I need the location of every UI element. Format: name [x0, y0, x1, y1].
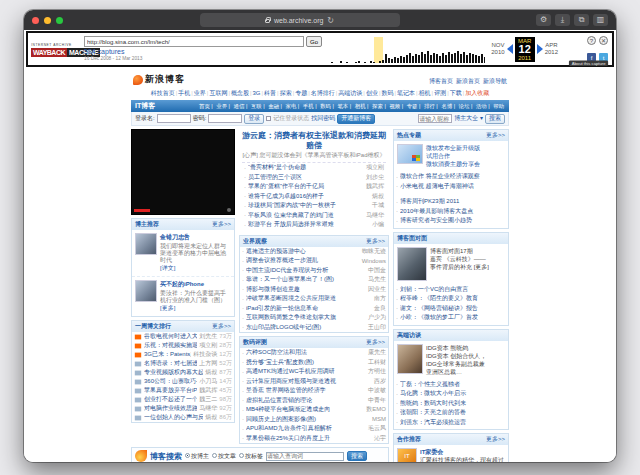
post-author[interactable]: 沁宇	[374, 434, 386, 443]
timeline-bar[interactable]	[409, 53, 411, 63]
rank-author[interactable]: 魏武挥	[199, 386, 217, 395]
rank-row[interactable]: 专业视频版权内幕大起底 炳叔 87万	[132, 368, 234, 377]
topic-list-item[interactable]: 2010年最具影响博客大盘点	[394, 207, 508, 217]
timeline-bar[interactable]	[451, 54, 453, 63]
industry-list-item[interactable]: 东山印品牌LOGO续年记(图) 王山印	[240, 323, 388, 333]
capture-timeline[interactable]	[328, 37, 485, 63]
post-author[interactable]: 炳叔	[372, 192, 384, 201]
timeline-bar[interactable]	[484, 57, 485, 63]
prev-capture[interactable]: NOV 2010	[491, 42, 504, 55]
prev-capture-arrow[interactable]	[507, 44, 513, 54]
post-author[interactable]: 刘步尘	[366, 173, 384, 182]
video-volume-icon[interactable]	[227, 208, 231, 212]
timeline-bar[interactable]	[436, 54, 438, 63]
channel-link[interactable]: 专题|	[295, 90, 311, 96]
post-title[interactable]: 高通MTK均通过WC手机应用调研	[246, 367, 365, 376]
channel-link[interactable]: 科普|	[264, 90, 280, 96]
post-author[interactable]: 毛云风	[368, 424, 386, 433]
digital-list-item[interactable]: 虚拟礼品位置营销的理论 中青年	[240, 396, 388, 406]
it-blog-link[interactable]: 活动 |	[474, 103, 490, 108]
guest-list-item[interactable]: 刘韧：一个VC的自由宣言	[394, 285, 508, 295]
it-blog-link[interactable]: 业界 |	[215, 103, 231, 108]
post-title[interactable]: 苹果的“蛋糕”作平台的千亿局	[248, 182, 363, 191]
timeline-bar[interactable]	[439, 56, 441, 63]
forgot-password-link[interactable]: 找回密码	[311, 114, 335, 123]
headline-list-item[interactable]: 彩游平台 开放后局选择异常艰难 小编	[242, 220, 386, 230]
post-author[interactable]: 康先生	[368, 348, 386, 357]
post-author[interactable]: 方明佳	[368, 367, 386, 376]
post-author[interactable]: Windows	[362, 258, 386, 264]
post-title[interactable]: 携分够“宝士兵”配皮数(图)	[246, 358, 365, 367]
blogger-title[interactable]: 金错刀忠告	[160, 233, 231, 242]
blog-search-input[interactable]	[266, 452, 344, 461]
rank-post-title[interactable]: 谷歌电视何时进入大中华	[144, 332, 197, 341]
industry-list-item[interactable]: 博影与微博创造意趣 因业生	[240, 285, 388, 295]
post-title[interactable]: 六种SOC防空法和用法	[246, 348, 365, 357]
timeline-bar[interactable]	[415, 54, 417, 63]
help-icon[interactable]: ?	[587, 36, 596, 45]
timeline-bar[interactable]	[388, 58, 390, 63]
post-author[interactable]: 西岁	[374, 377, 386, 386]
timeline-bar[interactable]	[403, 57, 405, 63]
read-more-link[interactable]: [更多]	[160, 305, 175, 311]
rank-row[interactable]: 乐视：对视频实施退费专项 项立刚 28万	[132, 341, 234, 350]
post-author[interactable]: MSM	[372, 416, 386, 422]
video-progress-bar[interactable]	[134, 209, 150, 212]
channel-link[interactable]: 名博排行|	[311, 90, 339, 96]
radio-by-tag[interactable]: 按标签	[239, 452, 263, 461]
timeline-bar[interactable]	[391, 59, 393, 63]
read-more-link[interactable]: [详文]	[160, 265, 175, 271]
radio-by-blogger[interactable]: 按博主	[185, 452, 209, 461]
industry-list-item[interactable]: 中国主流IDC代金券现状与分析 中国金	[240, 266, 388, 276]
timeline-bar[interactable]	[358, 61, 360, 63]
add-favorite-link[interactable]: 加入收藏	[465, 90, 489, 96]
post-author[interactable]: 南方	[374, 294, 386, 303]
browser-toolbar-icon[interactable]: ⚙	[536, 14, 551, 26]
close-toolbar-icon[interactable]: ✕	[599, 36, 608, 45]
timeline-bar[interactable]	[331, 62, 333, 63]
headline-list-item[interactable]: 苹果的“蛋糕”作平台的千亿局 魏武挥	[242, 182, 386, 192]
sina-blog-logo[interactable]: 新浪博客	[133, 73, 185, 86]
timeline-bar[interactable]	[370, 61, 372, 63]
it-blog-link[interactable]: 探索 |	[371, 103, 387, 108]
blog-search-button[interactable]: 搜索	[347, 451, 367, 461]
post-title[interactable]: 回顾历史上的图案影像(图)	[246, 415, 369, 424]
post-author[interactable]: 魏武挥	[366, 182, 384, 191]
channel-link[interactable]: 评测|	[434, 90, 450, 96]
timeline-bar[interactable]	[379, 61, 381, 63]
it-blog-link[interactable]: 排行 |	[422, 103, 438, 108]
channel-link[interactable]: 高端访谈|	[338, 90, 366, 96]
guest-list-item[interactable]: 程苓峰：《陌生的要义》教育	[394, 294, 508, 304]
rank-row[interactable]: 3G已来：Patents之争 科技杂谈 12万	[132, 350, 234, 359]
post-title[interactable]: 遮掩适主的预落游中心	[246, 247, 359, 256]
next-capture-arrow[interactable]	[537, 44, 543, 54]
topic-list-item[interactable]: 微软合作 将星企业经济课观察	[394, 172, 508, 182]
industry-list-item[interactable]: 遮掩适主的预落游中心 蜘蛛无迹	[240, 247, 388, 257]
timeline-bar[interactable]	[472, 54, 474, 63]
rank-author[interactable]: 炳叔	[205, 413, 217, 422]
rank-row[interactable]: 对电脑作业绩效思路求教 马继华 92万	[132, 404, 234, 413]
post-title[interactable]: 互联网数码简繁之争殊途划掌大旗	[246, 313, 365, 322]
guest-list-item[interactable]: 谢文：《网络营销秘诀》报告	[394, 304, 508, 314]
rank-author[interactable]: 刘先生	[199, 332, 217, 341]
timeline-bar[interactable]	[373, 62, 375, 63]
post-author[interactable]: 中波敏	[368, 386, 386, 395]
rank-post-title[interactable]: 苹果真要放弃平台iPad吗	[144, 386, 197, 395]
topic-feature-line[interactable]: 微软消费主题分享会	[426, 160, 480, 168]
rank-author[interactable]: 马继华	[199, 404, 217, 413]
search-scope-select[interactable]: 博主大全 ▾	[454, 114, 483, 123]
digital-list-item[interactable]: APU和AMD九齿条件引真相解析 毛云风	[240, 424, 388, 434]
headline-list-item[interactable]: 珍珑棋局“国家内战”中的一枚棋子 千城	[242, 201, 386, 211]
it-blog-link[interactable]: 金融 |	[267, 103, 283, 108]
channel-link[interactable]: 笔记本|	[397, 90, 419, 96]
wayback-logo[interactable]: INTERNET ARCHIVE WAYBACK MACHINE	[31, 35, 78, 63]
interview-list-item[interactable]: 熊晓鸽：数码大时代到来	[394, 399, 508, 409]
timeline-bar[interactable]	[397, 58, 399, 63]
post-title[interactable]: iPad引发的新一轮信息革命	[246, 304, 371, 313]
browser-toolbar-icon[interactable]: ⧉	[574, 14, 589, 26]
headline-list-item[interactable]: 员工管理的三个误区 刘步尘	[242, 173, 386, 183]
rank-post-title[interactable]: 对电脑作业绩效思路求教	[144, 404, 197, 413]
post-title[interactable]: 冲破苹果垄断困境之公共应用渠道	[246, 294, 371, 303]
post-title[interactable]: 员工管理的三个误区	[248, 173, 363, 182]
it-blog-link[interactable]: 论坛 |	[457, 103, 473, 108]
